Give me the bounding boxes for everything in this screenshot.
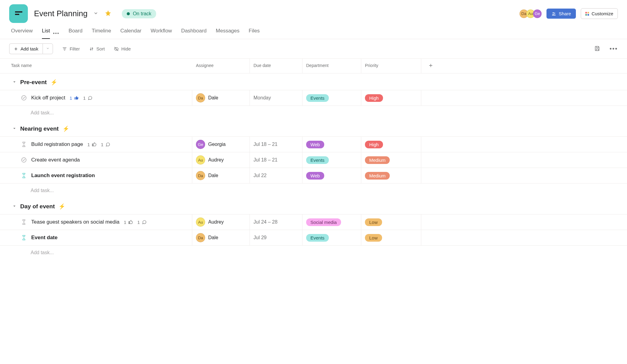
task-name: Create event agenda [31,157,80,163]
status-dot-icon [127,12,130,15]
caret-down-icon[interactable] [12,80,17,85]
bolt-icon[interactable]: ⚡ [51,79,57,86]
hourglass-icon[interactable] [21,219,27,225]
project-dropdown-icon[interactable] [93,10,99,17]
priority-tag: Medium [365,172,390,180]
save-view-button[interactable] [594,45,600,52]
task-row[interactable]: Create event agenda AuAudrey Jul 18 – 21… [0,152,627,168]
filter-button[interactable]: Filter [62,46,80,51]
save-icon [594,45,600,51]
tab-files[interactable]: Files [249,28,260,39]
due-date: Monday [253,95,271,101]
task-row[interactable]: Launch event registration DaDale Jul 22 … [0,168,627,184]
col-department[interactable]: Department [302,59,361,73]
section-header[interactable]: Pre-event ⚡ [0,73,627,90]
add-task-inline[interactable]: Add task... [0,184,627,198]
add-task-button[interactable]: Add task [9,43,43,54]
tab-board[interactable]: Board [69,28,82,39]
check-circle-icon[interactable] [21,157,27,163]
caret-down-icon[interactable] [12,204,17,209]
tab-list[interactable]: List [42,28,50,39]
tab-overview[interactable]: Overview [11,28,33,39]
col-priority[interactable]: Priority [361,59,421,73]
customize-button[interactable]: Customize [581,8,618,19]
svg-point-3 [554,13,555,13]
task-row[interactable]: Tease guest speakers on social media 1 1… [0,214,627,230]
task-row[interactable]: Kick off project 1 1 DaDale Monday Event… [0,90,627,106]
task-likes[interactable]: 1 [69,95,79,101]
project-icon[interactable] [9,4,28,23]
section-header[interactable]: Day of event ⚡ [0,198,627,214]
due-date: Jul 18 – 21 [253,142,277,147]
avatar: Da [196,93,205,102]
department-tag: Web [306,172,324,180]
tab-workflow[interactable]: Workflow [151,28,172,39]
hourglass-icon[interactable] [21,173,27,179]
tab-timeline[interactable]: Timeline [92,28,111,39]
member-avatars[interactable]: Da Au Ge [520,9,542,18]
due-date: Jul 18 – 21 [253,157,277,163]
comment-icon [88,95,92,100]
avatar: Ge [196,140,205,149]
task-comments[interactable]: 1 [137,220,147,225]
plus-icon [14,47,18,51]
hourglass-icon[interactable] [21,141,27,147]
avatar: Da [196,171,205,180]
people-icon [551,11,556,16]
col-task-name[interactable]: Task name [0,59,192,73]
tab-calendar[interactable]: Calendar [120,28,141,39]
add-task-inline[interactable]: Add task... [0,106,627,120]
tab-more-icon[interactable]: ••• [53,31,59,36]
sort-icon [89,46,94,51]
task-name: Event date [31,235,58,241]
filter-icon [62,46,67,51]
bolt-icon[interactable]: ⚡ [62,125,69,132]
priority-tag: Low [365,234,382,242]
department-tag: Web [306,141,324,148]
tab-dashboard[interactable]: Dashboard [181,28,207,39]
sort-button[interactable]: Sort [89,46,105,51]
avatar: Au [196,155,205,165]
section-header[interactable]: Nearing event ⚡ [0,120,627,136]
status-pill[interactable]: On track [122,9,156,18]
col-due-date[interactable]: Due date [250,59,302,73]
plus-icon [428,63,433,68]
add-task-inline[interactable]: Add task... [0,246,627,260]
due-date: Jul 29 [253,235,267,240]
thumbs-up-icon [92,142,97,147]
comment-icon [142,220,147,225]
check-circle-icon[interactable] [21,95,27,101]
hide-icon [114,46,119,51]
avatar[interactable]: Ge [533,9,542,18]
hourglass-icon[interactable] [21,235,27,241]
task-comments[interactable]: 1 [101,142,110,147]
caret-down-icon[interactable] [12,126,17,132]
assignee-name: Audrey [208,219,224,225]
tab-messages[interactable]: Messages [216,28,239,39]
due-date: Jul 22 [253,173,267,178]
col-assignee[interactable]: Assignee [192,59,250,73]
assignee-name: Dale [208,235,218,240]
avatar: Da [196,233,205,242]
more-actions-button[interactable]: ••• [610,45,618,52]
grid-icon [585,12,589,16]
priority-tag: Medium [365,156,390,164]
star-icon[interactable] [105,10,111,17]
add-column-button[interactable] [421,59,440,73]
hide-button[interactable]: Hide [114,46,131,51]
project-title[interactable]: Event Planning [34,9,88,18]
task-row[interactable]: Build registration page 1 1 GeGeorgia Ju… [0,136,627,152]
priority-tag: Low [365,218,382,226]
task-likes[interactable]: 1 [124,220,133,225]
share-button[interactable]: Share [546,9,576,19]
avatar: Au [196,217,205,227]
task-row[interactable]: Event date DaDale Jul 29 Events Low [0,230,627,246]
task-comments[interactable]: 1 [83,95,92,101]
add-task-dropdown[interactable] [43,43,53,54]
chevron-down-icon [46,46,50,50]
thumbs-up-icon [128,220,133,225]
task-likes[interactable]: 1 [87,142,96,147]
bolt-icon[interactable]: ⚡ [58,203,65,210]
task-name: Kick off project [31,95,65,101]
thumbs-up-icon [74,95,79,100]
